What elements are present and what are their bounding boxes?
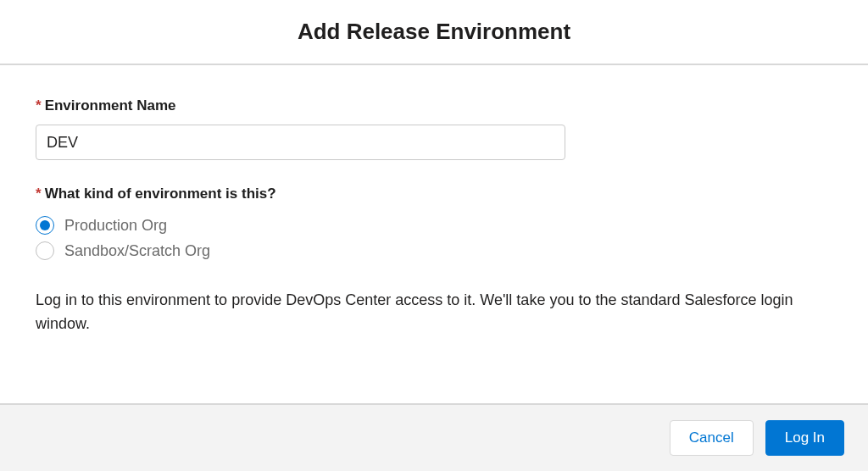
modal-header: Add Release Environment <box>0 0 868 65</box>
modal-title: Add Release Environment <box>0 19 868 45</box>
radio-label: Sandbox/Scratch Org <box>64 242 210 260</box>
modal-footer: Cancel Log In <box>0 403 868 471</box>
environment-name-label-text: Environment Name <box>45 97 176 114</box>
required-star: * <box>36 186 42 202</box>
environment-kind-radio-group: Production Org Sandbox/Scratch Org <box>36 213 832 263</box>
login-button[interactable]: Log In <box>765 420 844 456</box>
cancel-button[interactable]: Cancel <box>670 420 754 456</box>
environment-name-label: *Environment Name <box>36 97 832 114</box>
radio-indicator-icon <box>36 241 54 260</box>
radio-production-org[interactable]: Production Org <box>36 213 832 238</box>
environment-kind-label: *What kind of environment is this? <box>36 186 832 202</box>
modal-content: *Environment Name *What kind of environm… <box>0 65 868 403</box>
required-star: * <box>36 97 42 114</box>
environment-kind-label-text: What kind of environment is this? <box>45 186 276 202</box>
environment-name-field: *Environment Name <box>36 97 832 160</box>
radio-indicator-icon <box>36 216 54 235</box>
environment-kind-field: *What kind of environment is this? Produ… <box>36 186 832 263</box>
login-info-text: Log in to this environment to provide De… <box>36 289 832 336</box>
radio-sandbox-scratch-org[interactable]: Sandbox/Scratch Org <box>36 238 832 263</box>
radio-label: Production Org <box>64 217 167 235</box>
environment-name-input[interactable] <box>36 125 565 160</box>
